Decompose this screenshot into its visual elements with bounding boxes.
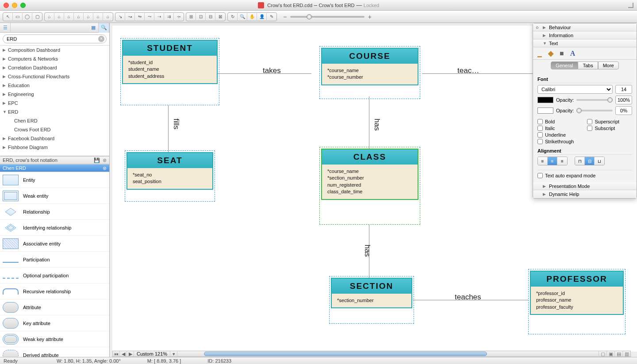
tree-item[interactable]: ▶Composition Dashboard xyxy=(0,46,109,54)
font-family-select[interactable]: Calibri xyxy=(537,85,613,94)
layout-tool-2[interactable]: ⊡ xyxy=(196,12,206,21)
check-underline[interactable]: Underline xyxy=(537,132,574,138)
entity-class[interactable]: CLASS *course_name *section_number num_r… xyxy=(321,149,418,200)
view-2-button[interactable]: ▣ xyxy=(606,351,614,357)
search-tab-icon[interactable]: 🔍 xyxy=(99,23,109,33)
tree-item[interactable]: ▶Fishbone Diagram xyxy=(0,143,109,152)
shape-optional-participation[interactable]: Optional participation xyxy=(0,268,109,284)
shape-entity[interactable]: Entity xyxy=(0,172,109,188)
ellipse-tool-button[interactable]: ◯ xyxy=(23,12,32,21)
tree-tool-7[interactable]: ⌂ xyxy=(103,12,113,21)
grid-view-icon[interactable]: ▦ xyxy=(88,23,99,33)
valign-top-button[interactable]: ⊓ xyxy=(575,157,585,165)
stencil-header-chen[interactable]: Chen ERD ⊗ xyxy=(0,164,109,172)
resize-icon[interactable] xyxy=(628,3,633,8)
font-icon[interactable]: A xyxy=(570,50,576,57)
opacity-slider-1[interactable] xyxy=(576,99,613,101)
shape-attribute[interactable]: Attribute xyxy=(0,299,109,315)
pan-button[interactable]: ✋ xyxy=(247,12,257,21)
shape-participation[interactable]: Participation xyxy=(0,252,109,268)
panel-section-text[interactable]: ▼Text xyxy=(533,39,637,47)
align-left-button[interactable]: ≡ xyxy=(538,157,548,165)
tree-item-chen[interactable]: Chen ERD xyxy=(0,116,109,125)
close-stencil-icon[interactable]: ⊗ xyxy=(103,165,107,171)
tree-tool-1[interactable]: ⌂ xyxy=(45,12,54,21)
clear-search-icon[interactable]: × xyxy=(98,36,104,42)
zoom-in-icon[interactable]: + xyxy=(368,13,372,20)
check-italic[interactable]: Italic xyxy=(537,126,574,131)
zoom-thumb[interactable] xyxy=(307,14,312,19)
opacity-value-1[interactable] xyxy=(615,96,632,104)
shape-associative-entity[interactable]: Associative entity xyxy=(0,236,109,252)
shape-key-attribute[interactable]: Key attribute xyxy=(0,315,109,331)
panel-section-behaviour[interactable]: ○▶Behaviour xyxy=(533,23,637,31)
layout-tool-1[interactable]: ⊞ xyxy=(186,12,196,21)
search-input[interactable] xyxy=(3,34,107,43)
rect-tool-button[interactable]: ▭ xyxy=(13,12,23,21)
zoom-slider[interactable]: − + xyxy=(283,13,372,20)
conn-tool-1[interactable]: ↘ xyxy=(115,12,125,21)
refresh-button[interactable]: ↻ xyxy=(228,12,238,21)
highlight-icon[interactable]: ◆ xyxy=(548,49,553,57)
valign-middle-button[interactable]: ⊟ xyxy=(585,157,595,165)
entity-course[interactable]: COURSE *course_name *course_number xyxy=(321,48,418,85)
tree-item-erd[interactable]: ▼ERD xyxy=(0,107,109,116)
prev-page-button[interactable]: ◀ xyxy=(120,351,127,357)
entity-section[interactable]: SECTION *section_number xyxy=(331,278,412,308)
library-tab-icon[interactable]: ☰ xyxy=(0,23,11,33)
zoom-window-button[interactable] xyxy=(20,3,26,8)
check-subscript[interactable]: Subscript xyxy=(587,126,619,131)
panel-section-presentation[interactable]: ▶Presentation Mode xyxy=(533,182,637,190)
connector-fills[interactable] xyxy=(168,105,169,153)
stencil-header-crowsfoot[interactable]: ERD, crow's foot notation 💾⊗ xyxy=(0,156,109,164)
conn-tool-4[interactable]: ⤳ xyxy=(145,12,154,21)
tree-tool-5[interactable]: ⌂ xyxy=(84,12,93,21)
minimize-window-button[interactable] xyxy=(12,3,17,8)
close-stencil-icon[interactable]: ⊗ xyxy=(103,157,107,163)
align-right-button[interactable]: ≡ xyxy=(557,157,567,165)
hscroll-thumb[interactable] xyxy=(204,352,487,356)
close-window-button[interactable] xyxy=(4,3,9,8)
layout-tool-3[interactable]: ⊟ xyxy=(206,12,215,21)
zoom-dropdown-button[interactable]: ▾ xyxy=(170,351,177,357)
user-button[interactable]: 👤 xyxy=(257,12,267,21)
conn-tool-3[interactable]: ↬ xyxy=(135,12,145,21)
opacity-slider-2[interactable] xyxy=(576,110,613,111)
shadow-icon[interactable]: ■ xyxy=(560,50,564,57)
tree-tool-2[interactable]: ⌂ xyxy=(54,12,64,21)
valign-bottom-button[interactable]: ⊔ xyxy=(595,157,604,165)
conn-tool-5[interactable]: ⇢ xyxy=(154,12,164,21)
text-color-icon[interactable]: ⎯ xyxy=(537,50,542,57)
tree-item[interactable]: ▶Engineering xyxy=(0,90,109,99)
zoom-display[interactable]: Custom 121% xyxy=(134,351,170,356)
first-page-button[interactable]: ⏮ xyxy=(113,351,120,357)
eyedrop-button[interactable]: ✎ xyxy=(267,12,276,21)
layout-tool-4[interactable]: ⊠ xyxy=(215,12,225,21)
bg-color-swatch[interactable] xyxy=(537,107,553,114)
check-strikethrough[interactable]: Strikethrough xyxy=(537,139,574,144)
shape-relationship[interactable]: Relationship xyxy=(0,204,109,220)
tree-item[interactable]: ▶Cross-Functional Flowcharts xyxy=(0,72,109,81)
view-3-button[interactable]: ▤ xyxy=(614,351,622,357)
shape-recursive-relationship[interactable]: Recursive relationship xyxy=(0,284,109,299)
zoom-out-icon[interactable]: − xyxy=(283,13,287,20)
tree-item[interactable]: ▶EPC xyxy=(0,99,109,107)
canvas-area[interactable]: takes teac… fills has has teaches STUDEN… xyxy=(110,23,637,357)
tab-tabs[interactable]: Tabs xyxy=(578,61,598,69)
zoom-button[interactable]: 🔍 xyxy=(238,12,247,21)
tree-tool-3[interactable]: ⌂ xyxy=(64,12,74,21)
conn-tool-2[interactable]: ↝ xyxy=(125,12,135,21)
conn-tool-6[interactable]: ⇉ xyxy=(164,12,174,21)
text-color-swatch[interactable] xyxy=(537,97,553,103)
tree-item[interactable]: ▶Education xyxy=(0,81,109,90)
entity-seat[interactable]: SEAT *seat_no seat_position xyxy=(127,152,213,190)
tree-item[interactable]: ▶Correlation Dashboard xyxy=(0,63,109,72)
tree-tool-4[interactable]: ⌂ xyxy=(74,12,84,21)
connector-has1[interactable] xyxy=(369,96,369,149)
save-stencil-icon[interactable]: 💾 xyxy=(94,157,100,163)
view-1-button[interactable]: ▢ xyxy=(599,351,606,357)
check-superscript[interactable]: Superscript xyxy=(587,119,619,124)
shape-derived-attribute[interactable]: Derived attribute xyxy=(0,347,109,357)
tree-tool-6[interactable]: ⌂ xyxy=(93,12,103,21)
opacity-value-2[interactable] xyxy=(615,106,632,115)
